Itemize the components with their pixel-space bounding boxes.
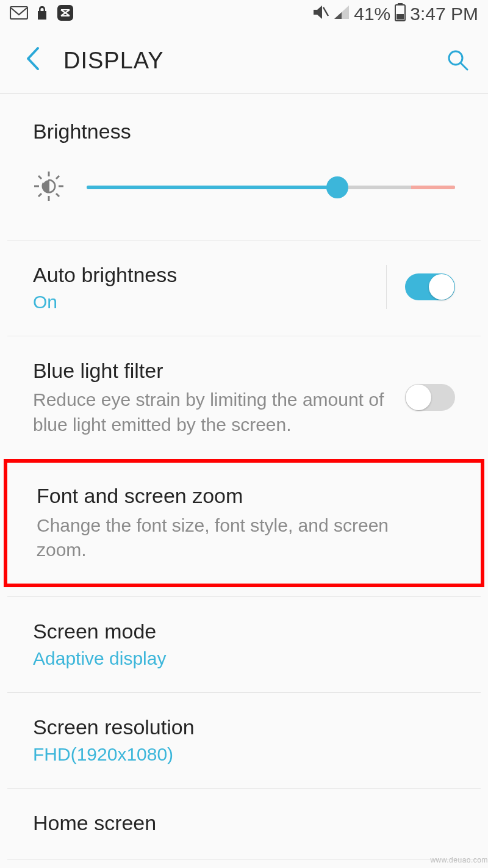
font-zoom-title: Font and screen zoom <box>37 482 439 509</box>
svg-rect-5 <box>396 14 404 20</box>
highlight-annotation: Font and screen zoom Change the font siz… <box>4 459 484 587</box>
mute-icon <box>311 4 329 25</box>
svg-line-13 <box>38 176 41 179</box>
battery-percent: 41% <box>354 4 390 24</box>
auto-brightness-title: Auto brightness <box>33 261 374 288</box>
svg-line-2 <box>323 7 328 16</box>
gmail-icon <box>10 6 28 22</box>
brightness-slider[interactable] <box>87 178 455 197</box>
app-bar: DISPLAY <box>0 28 488 94</box>
brightness-row <box>0 150 488 240</box>
setting-home-screen[interactable]: Home screen <box>0 789 488 859</box>
setting-screen-mode[interactable]: Screen mode Adaptive display <box>0 597 488 692</box>
status-bar: 41% 3:47 PM <box>0 0 488 28</box>
brightness-icon <box>33 170 65 204</box>
screen-res-value: FHD(1920x1080) <box>33 744 443 765</box>
auto-brightness-toggle[interactable] <box>405 273 455 300</box>
signal-icon <box>333 4 350 24</box>
back-button[interactable] <box>24 46 40 76</box>
svg-line-7 <box>461 63 467 70</box>
search-icon <box>445 48 470 72</box>
svg-line-16 <box>56 176 59 179</box>
screen-mode-value: Adaptive display <box>33 648 443 669</box>
search-button[interactable] <box>445 48 470 74</box>
blue-light-title: Blue light filter <box>33 357 393 384</box>
setting-screen-resolution[interactable]: Screen resolution FHD(1920x1080) <box>0 693 488 788</box>
svg-rect-0 <box>10 7 27 19</box>
setting-blue-light[interactable]: Blue light filter Reduce eye strain by l… <box>0 336 488 460</box>
app-icon <box>56 4 74 24</box>
page-title: DISPLAY <box>63 48 164 74</box>
setting-auto-brightness[interactable]: Auto brightness On <box>0 241 488 336</box>
brightness-label: Brightness <box>0 94 488 150</box>
clock-time: 3:47 PM <box>410 4 478 24</box>
screen-mode-title: Screen mode <box>33 618 443 645</box>
screen-res-title: Screen resolution <box>33 714 443 740</box>
watermark: www.deuao.com <box>430 856 488 864</box>
blue-light-toggle[interactable] <box>405 384 455 411</box>
svg-point-6 <box>449 51 462 65</box>
font-zoom-desc: Change the font size, font style, and sc… <box>37 513 439 563</box>
blue-light-desc: Reduce eye strain by limiting the amount… <box>33 388 393 437</box>
lock-icon <box>37 5 48 23</box>
home-screen-title: Home screen <box>33 809 443 836</box>
svg-line-14 <box>56 193 59 197</box>
auto-brightness-state: On <box>33 292 374 313</box>
setting-font-zoom[interactable]: Font and screen zoom Change the font siz… <box>7 463 481 583</box>
battery-icon <box>394 3 406 26</box>
svg-line-15 <box>38 193 41 197</box>
